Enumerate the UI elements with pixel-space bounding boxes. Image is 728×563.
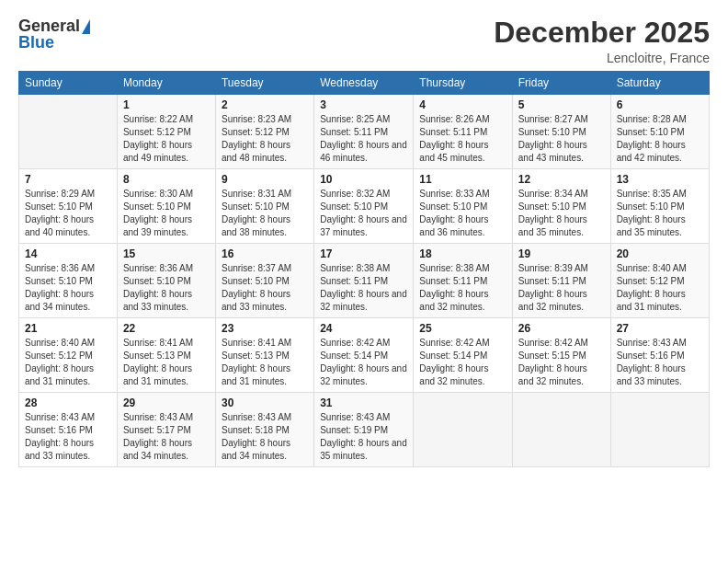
day-number: 27 (617, 322, 703, 335)
day-info: Sunrise: 8:38 AMSunset: 5:11 PMDaylight:… (320, 262, 407, 314)
day-number: 22 (123, 322, 210, 335)
day-info: Sunrise: 8:32 AMSunset: 5:10 PMDaylight:… (320, 188, 407, 239)
calendar-cell (19, 95, 118, 169)
day-number: 18 (419, 247, 506, 260)
column-header-saturday: Saturday (610, 72, 709, 95)
calendar-cell: 17Sunrise: 8:38 AMSunset: 5:11 PMDayligh… (314, 244, 414, 318)
logo: General Blue (18, 17, 90, 52)
page: General Blue December 2025 Lencloitre, F… (0, 0, 728, 563)
day-info: Sunrise: 8:34 AMSunset: 5:10 PMDaylight:… (518, 188, 605, 239)
calendar-cell: 18Sunrise: 8:38 AMSunset: 5:11 PMDayligh… (414, 244, 512, 318)
day-number: 16 (222, 247, 308, 260)
calendar-cell: 20Sunrise: 8:40 AMSunset: 5:12 PMDayligh… (610, 244, 709, 318)
calendar-cell: 12Sunrise: 8:34 AMSunset: 5:10 PMDayligh… (512, 169, 610, 244)
day-info: Sunrise: 8:28 AMSunset: 5:10 PMDaylight:… (617, 113, 703, 165)
day-info: Sunrise: 8:42 AMSunset: 5:14 PMDaylight:… (320, 337, 407, 388)
day-number: 21 (25, 322, 111, 335)
day-number: 26 (518, 322, 605, 335)
day-info: Sunrise: 8:23 AMSunset: 5:12 PMDaylight:… (222, 113, 308, 165)
day-info: Sunrise: 8:27 AMSunset: 5:10 PMDaylight:… (518, 113, 605, 165)
month-title: December 2025 (494, 17, 710, 49)
day-info: Sunrise: 8:43 AMSunset: 5:18 PMDaylight:… (222, 411, 308, 463)
logo-blue: Blue (18, 33, 54, 52)
calendar-cell: 5Sunrise: 8:27 AMSunset: 5:10 PMDaylight… (512, 95, 610, 169)
day-info: Sunrise: 8:43 AMSunset: 5:17 PMDaylight:… (123, 411, 210, 463)
header: General Blue December 2025 Lencloitre, F… (18, 17, 710, 65)
day-number: 20 (617, 247, 703, 260)
calendar-cell: 4Sunrise: 8:26 AMSunset: 5:11 PMDaylight… (414, 95, 512, 169)
calendar-cell: 16Sunrise: 8:37 AMSunset: 5:10 PMDayligh… (215, 244, 313, 318)
calendar-cell: 6Sunrise: 8:28 AMSunset: 5:10 PMDaylight… (610, 95, 709, 169)
day-info: Sunrise: 8:43 AMSunset: 5:16 PMDaylight:… (25, 411, 111, 463)
day-info: Sunrise: 8:42 AMSunset: 5:14 PMDaylight:… (419, 337, 506, 388)
calendar-cell (512, 393, 610, 467)
day-number: 30 (222, 396, 308, 409)
calendar-cell: 26Sunrise: 8:42 AMSunset: 5:15 PMDayligh… (512, 318, 610, 393)
location: Lencloitre, France (494, 51, 710, 65)
day-number: 2 (222, 98, 308, 111)
calendar-cell: 14Sunrise: 8:36 AMSunset: 5:10 PMDayligh… (19, 244, 118, 318)
day-number: 29 (123, 396, 210, 409)
day-number: 4 (419, 98, 506, 111)
day-info: Sunrise: 8:37 AMSunset: 5:10 PMDaylight:… (222, 262, 308, 314)
calendar-cell: 13Sunrise: 8:35 AMSunset: 5:10 PMDayligh… (610, 169, 709, 244)
calendar-cell (610, 393, 709, 467)
day-info: Sunrise: 8:31 AMSunset: 5:10 PMDaylight:… (222, 188, 308, 239)
calendar-cell: 3Sunrise: 8:25 AMSunset: 5:11 PMDaylight… (314, 95, 414, 169)
day-info: Sunrise: 8:38 AMSunset: 5:11 PMDaylight:… (419, 262, 506, 314)
week-row-1: 1Sunrise: 8:22 AMSunset: 5:12 PMDaylight… (19, 95, 710, 169)
calendar-cell (414, 393, 512, 467)
day-info: Sunrise: 8:36 AMSunset: 5:10 PMDaylight:… (25, 262, 111, 314)
day-number: 11 (419, 173, 506, 186)
day-info: Sunrise: 8:25 AMSunset: 5:11 PMDaylight:… (320, 113, 407, 165)
calendar-cell: 25Sunrise: 8:42 AMSunset: 5:14 PMDayligh… (414, 318, 512, 393)
calendar-cell: 11Sunrise: 8:33 AMSunset: 5:10 PMDayligh… (414, 169, 512, 244)
calendar-cell: 23Sunrise: 8:41 AMSunset: 5:13 PMDayligh… (215, 318, 313, 393)
day-number: 9 (222, 173, 308, 186)
calendar-cell: 1Sunrise: 8:22 AMSunset: 5:12 PMDaylight… (117, 95, 215, 169)
day-info: Sunrise: 8:41 AMSunset: 5:13 PMDaylight:… (222, 337, 308, 388)
day-number: 17 (320, 247, 407, 260)
day-info: Sunrise: 8:35 AMSunset: 5:10 PMDaylight:… (617, 188, 703, 239)
column-header-thursday: Thursday (414, 72, 512, 95)
day-number: 5 (518, 98, 605, 111)
week-row-3: 14Sunrise: 8:36 AMSunset: 5:10 PMDayligh… (19, 244, 710, 318)
day-number: 24 (320, 322, 407, 335)
column-header-friday: Friday (512, 72, 610, 95)
day-number: 15 (123, 247, 210, 260)
day-info: Sunrise: 8:41 AMSunset: 5:13 PMDaylight:… (123, 337, 210, 388)
calendar-cell: 15Sunrise: 8:36 AMSunset: 5:10 PMDayligh… (117, 244, 215, 318)
day-info: Sunrise: 8:26 AMSunset: 5:11 PMDaylight:… (419, 113, 506, 165)
day-info: Sunrise: 8:40 AMSunset: 5:12 PMDaylight:… (25, 337, 111, 388)
calendar-cell: 21Sunrise: 8:40 AMSunset: 5:12 PMDayligh… (19, 318, 118, 393)
calendar-cell: 19Sunrise: 8:39 AMSunset: 5:11 PMDayligh… (512, 244, 610, 318)
calendar-cell: 30Sunrise: 8:43 AMSunset: 5:18 PMDayligh… (215, 393, 313, 467)
day-number: 6 (617, 98, 703, 111)
day-number: 25 (419, 322, 506, 335)
calendar-cell: 9Sunrise: 8:31 AMSunset: 5:10 PMDaylight… (215, 169, 313, 244)
calendar-cell: 27Sunrise: 8:43 AMSunset: 5:16 PMDayligh… (610, 318, 709, 393)
day-info: Sunrise: 8:22 AMSunset: 5:12 PMDaylight:… (123, 113, 210, 165)
day-number: 13 (617, 173, 703, 186)
day-number: 19 (518, 247, 605, 260)
day-info: Sunrise: 8:43 AMSunset: 5:19 PMDaylight:… (320, 411, 407, 463)
day-number: 31 (320, 396, 407, 409)
week-row-4: 21Sunrise: 8:40 AMSunset: 5:12 PMDayligh… (19, 318, 710, 393)
calendar-cell: 10Sunrise: 8:32 AMSunset: 5:10 PMDayligh… (314, 169, 414, 244)
column-header-tuesday: Tuesday (215, 72, 313, 95)
day-number: 10 (320, 173, 407, 186)
column-header-sunday: Sunday (19, 72, 118, 95)
calendar-cell: 22Sunrise: 8:41 AMSunset: 5:13 PMDayligh… (117, 318, 215, 393)
day-number: 1 (123, 98, 210, 111)
calendar-table: SundayMondayTuesdayWednesdayThursdayFrid… (18, 71, 710, 467)
day-number: 12 (518, 173, 605, 186)
calendar-cell: 8Sunrise: 8:30 AMSunset: 5:10 PMDaylight… (117, 169, 215, 244)
column-header-monday: Monday (117, 72, 215, 95)
week-row-5: 28Sunrise: 8:43 AMSunset: 5:16 PMDayligh… (19, 393, 710, 467)
day-info: Sunrise: 8:43 AMSunset: 5:16 PMDaylight:… (617, 337, 703, 388)
calendar-cell: 2Sunrise: 8:23 AMSunset: 5:12 PMDaylight… (215, 95, 313, 169)
day-number: 14 (25, 247, 111, 260)
day-number: 7 (25, 173, 111, 186)
day-number: 8 (123, 173, 210, 186)
day-info: Sunrise: 8:30 AMSunset: 5:10 PMDaylight:… (123, 188, 210, 239)
